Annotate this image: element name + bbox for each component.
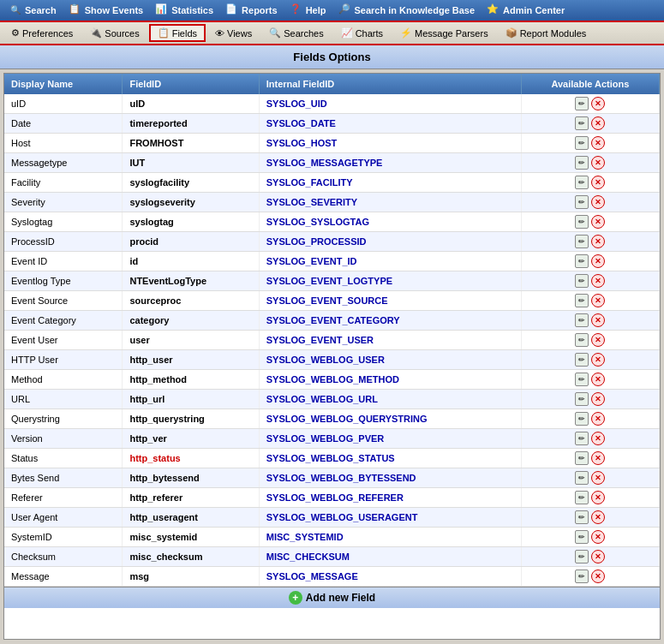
add-new-field-footer[interactable]: + Add new Field bbox=[4, 587, 660, 608]
cell-actions: ✏✕ bbox=[521, 311, 659, 331]
delete-button[interactable]: ✕ bbox=[591, 333, 605, 347]
delete-button[interactable]: ✕ bbox=[591, 530, 605, 544]
edit-button[interactable]: ✏ bbox=[575, 530, 589, 544]
cell-field-id: IUT bbox=[123, 153, 259, 173]
fields-icon: 📋 bbox=[158, 27, 170, 39]
cell-field-id: http_ver bbox=[123, 429, 259, 449]
cell-display-name: Checksum bbox=[4, 547, 123, 567]
nav-sources-label: Sources bbox=[105, 28, 139, 39]
edit-button[interactable]: ✏ bbox=[575, 235, 589, 248]
cell-actions: ✏✕ bbox=[521, 212, 659, 232]
delete-button[interactable]: ✕ bbox=[591, 274, 605, 288]
nav-statistics[interactable]: 📊 Statistics bbox=[150, 2, 218, 19]
cell-field-id: NTEventLogType bbox=[123, 271, 259, 291]
edit-button[interactable]: ✏ bbox=[575, 569, 589, 583]
delete-button[interactable]: ✕ bbox=[591, 412, 605, 426]
sources-icon: 🔌 bbox=[90, 27, 102, 39]
edit-button[interactable]: ✏ bbox=[575, 136, 589, 150]
table-row: HTTP Userhttp_userSYSLOG_WEBLOG_USER✏✕ bbox=[4, 350, 660, 370]
table-row: SeveritysyslogseveritySYSLOG_SEVERITY✏✕ bbox=[4, 193, 660, 212]
nav-charts[interactable]: 📈 Charts bbox=[333, 25, 391, 41]
table-row: Event CategorycategorySYSLOG_EVENT_CATEG… bbox=[4, 311, 660, 331]
edit-button[interactable]: ✏ bbox=[575, 373, 589, 386]
edit-button[interactable]: ✏ bbox=[575, 215, 589, 229]
delete-button[interactable]: ✕ bbox=[591, 313, 605, 327]
delete-button[interactable]: ✕ bbox=[591, 235, 605, 248]
edit-button[interactable]: ✏ bbox=[575, 156, 589, 170]
edit-button[interactable]: ✏ bbox=[575, 412, 589, 426]
reportmod-icon: 📦 bbox=[505, 27, 517, 39]
delete-button[interactable]: ✕ bbox=[591, 510, 605, 524]
cell-display-name: uID bbox=[4, 94, 123, 114]
edit-button[interactable]: ✏ bbox=[575, 451, 589, 465]
cell-field-id: http_bytessend bbox=[123, 468, 259, 488]
edit-button[interactable]: ✏ bbox=[575, 333, 589, 347]
nav-views[interactable]: 👁 Views bbox=[207, 26, 260, 41]
edit-button[interactable]: ✏ bbox=[575, 353, 589, 367]
cell-internal-field-id: SYSLOG_PROCESSID bbox=[259, 232, 521, 252]
delete-button[interactable]: ✕ bbox=[591, 569, 605, 583]
table-row: Bytes Sendhttp_bytessendSYSLOG_WEBLOG_BY… bbox=[4, 468, 660, 488]
delete-button[interactable]: ✕ bbox=[591, 294, 605, 307]
nav-admin-center[interactable]: ⭐ Admin Center bbox=[482, 2, 570, 19]
nav-show-events[interactable]: 📋 Show Events bbox=[63, 2, 148, 19]
cell-display-name: Facility bbox=[4, 173, 123, 193]
delete-button[interactable]: ✕ bbox=[591, 373, 605, 386]
cell-display-name: Syslogtag bbox=[4, 212, 123, 232]
edit-button[interactable]: ✏ bbox=[575, 254, 589, 268]
nav-search[interactable]: 🔍 Search bbox=[3, 2, 62, 19]
table-row: MessagemsgSYSLOG_MESSAGE✏✕ bbox=[4, 567, 660, 587]
parsers-icon: ⚡ bbox=[400, 27, 412, 39]
edit-button[interactable]: ✏ bbox=[575, 510, 589, 524]
cell-display-name: URL bbox=[4, 390, 123, 409]
delete-button[interactable]: ✕ bbox=[591, 254, 605, 268]
delete-button[interactable]: ✕ bbox=[591, 432, 605, 445]
cell-display-name: Bytes Send bbox=[4, 468, 123, 488]
delete-button[interactable]: ✕ bbox=[591, 215, 605, 229]
cell-actions: ✏✕ bbox=[521, 193, 659, 212]
nav-reports[interactable]: 📄 Reports bbox=[220, 2, 283, 19]
cell-actions: ✏✕ bbox=[521, 370, 659, 390]
nav-report-modules[interactable]: 📦 Report Modules bbox=[498, 25, 595, 41]
cell-display-name: Event ID bbox=[4, 252, 123, 271]
delete-button[interactable]: ✕ bbox=[591, 136, 605, 150]
delete-button[interactable]: ✕ bbox=[591, 176, 605, 189]
cell-internal-field-id: SYSLOG_EVENT_LOGTYPE bbox=[259, 271, 521, 291]
edit-button[interactable]: ✏ bbox=[575, 432, 589, 445]
nav-help[interactable]: ❓ Help bbox=[284, 2, 332, 19]
cell-display-name: HTTP User bbox=[4, 350, 123, 370]
edit-button[interactable]: ✏ bbox=[575, 550, 589, 564]
table-row: User Agenthttp_useragentSYSLOG_WEBLOG_US… bbox=[4, 508, 660, 528]
delete-button[interactable]: ✕ bbox=[591, 353, 605, 367]
edit-button[interactable]: ✏ bbox=[575, 176, 589, 189]
edit-button[interactable]: ✏ bbox=[575, 116, 589, 130]
nav-show-events-label: Show Events bbox=[85, 5, 143, 15]
delete-button[interactable]: ✕ bbox=[591, 550, 605, 564]
statistics-icon: 📊 bbox=[155, 3, 169, 17]
delete-button[interactable]: ✕ bbox=[591, 156, 605, 170]
delete-button[interactable]: ✕ bbox=[591, 195, 605, 209]
table-row: Querystringhttp_querystringSYSLOG_WEBLOG… bbox=[4, 409, 660, 429]
edit-button[interactable]: ✏ bbox=[575, 294, 589, 307]
delete-button[interactable]: ✕ bbox=[591, 451, 605, 465]
table-row: Checksummisc_checksumMISC_CHECKSUM✏✕ bbox=[4, 547, 660, 567]
nav-knowledge-base[interactable]: 🔎 Search in Knowledge Base bbox=[333, 2, 481, 19]
cell-field-id: misc_systemid bbox=[123, 528, 259, 547]
edit-button[interactable]: ✏ bbox=[575, 313, 589, 327]
edit-button[interactable]: ✏ bbox=[575, 97, 589, 110]
edit-button[interactable]: ✏ bbox=[575, 274, 589, 288]
nav-sources[interactable]: 🔌 Sources bbox=[82, 25, 147, 41]
nav-searches[interactable]: 🔍 Searches bbox=[261, 25, 331, 41]
edit-button[interactable]: ✏ bbox=[575, 195, 589, 209]
edit-button[interactable]: ✏ bbox=[575, 491, 589, 504]
delete-button[interactable]: ✕ bbox=[591, 116, 605, 130]
edit-button[interactable]: ✏ bbox=[575, 392, 589, 406]
delete-button[interactable]: ✕ bbox=[591, 392, 605, 406]
nav-fields[interactable]: 📋 Fields bbox=[149, 24, 206, 42]
nav-preferences[interactable]: ⚙ Preferences bbox=[3, 25, 81, 41]
delete-button[interactable]: ✕ bbox=[591, 97, 605, 110]
delete-button[interactable]: ✕ bbox=[591, 471, 605, 485]
delete-button[interactable]: ✕ bbox=[591, 491, 605, 504]
edit-button[interactable]: ✏ bbox=[575, 471, 589, 485]
nav-message-parsers[interactable]: ⚡ Message Parsers bbox=[392, 25, 496, 41]
